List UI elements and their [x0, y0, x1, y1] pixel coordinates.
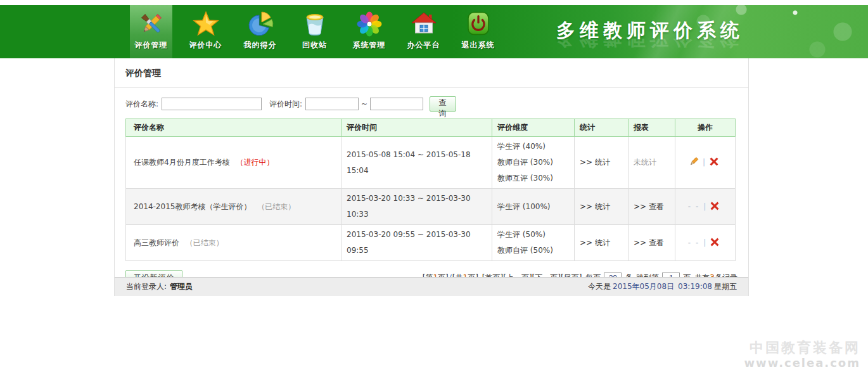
edit-disabled-dashes: - -	[688, 238, 699, 247]
stats-cell: >> 统计	[575, 225, 629, 261]
time-to-input[interactable]	[370, 98, 423, 110]
content-panel: 评价管理 评价名称: 评价时间: ~ 查 询 评价名称 评价时间 评价维度 统计	[114, 58, 749, 296]
column-header-report: 报表	[629, 119, 675, 137]
column-header-operations: 操作	[675, 119, 736, 137]
dimension-item: 学生评 (100%)	[497, 199, 571, 215]
nav-label: 评价管理	[135, 41, 168, 49]
nav-item-logout[interactable]: 退出系统	[457, 5, 499, 58]
delete-x-icon[interactable]	[709, 157, 719, 167]
eval-name-cell: 高三教师评价 （已结束）	[126, 225, 341, 261]
edit-disabled-dashes: - -	[688, 202, 699, 211]
time-cell: 2015-03-20 09:55 ~ 2015-03-30 09:55	[341, 225, 492, 261]
nav-item-office-platform[interactable]: 办公平台	[402, 5, 445, 58]
nav-item-recycle-bin[interactable]: 回收站	[293, 5, 336, 58]
home-icon	[411, 11, 437, 37]
edit-pencil-icon[interactable]	[689, 157, 699, 167]
dimensions-cell: 学生评 (100%)	[492, 189, 575, 225]
query-button[interactable]: 查 询	[430, 96, 456, 112]
table-header-row: 评价名称 评价时间 评价维度 统计 报表 操作	[126, 119, 736, 137]
app-title: 多维教师评价系统	[556, 18, 744, 44]
status-badge: （已结束）	[257, 202, 295, 211]
operations-cell: - -|	[675, 225, 736, 261]
report-link[interactable]: >> 查看	[634, 238, 664, 247]
stats-link[interactable]: >> 统计	[580, 202, 610, 211]
nav-item-evaluation-management[interactable]: 评价管理	[130, 5, 172, 58]
stats-link[interactable]: >> 统计	[580, 238, 610, 247]
page-title: 评价管理	[115, 58, 748, 79]
dimensions-cell: 学生评 (50%) 教师自评 (50%)	[492, 225, 575, 261]
column-header-dimensions: 评价维度	[492, 119, 575, 137]
watermark: 中国教育装备网 www.celea.com	[744, 340, 860, 370]
nav-label: 退出系统	[462, 41, 495, 49]
report-link[interactable]: >> 查看	[634, 202, 664, 211]
dimension-item: 教师自评 (30%)	[497, 155, 571, 170]
search-form: 评价名称: 评价时间: ~ 查 询	[125, 96, 737, 112]
eval-name: 任课教师4月份月度工作考核	[134, 158, 230, 167]
bucket-icon	[302, 11, 328, 37]
stats-cell: >> 统计	[575, 137, 629, 189]
evaluation-table: 评价名称 评价时间 评价维度 统计 报表 操作 任课教师4月份月度工作考核 （进…	[125, 119, 736, 261]
time-cell: 2015-05-08 15:04 ~ 2015-05-18 15:04	[341, 137, 492, 189]
op-separator: |	[703, 238, 706, 247]
nav-item-my-score[interactable]: 我的得分	[239, 5, 281, 58]
eval-name-cell: 2014-2015教师考核（学生评价） （已结束）	[126, 189, 341, 225]
title-divider	[115, 87, 748, 88]
dimension-item: 教师自评 (50%)	[497, 243, 571, 259]
power-icon	[465, 11, 492, 37]
current-user-label: 当前登录人:	[126, 282, 167, 291]
column-header-name: 评价名称	[126, 119, 341, 137]
nav-item-system-management[interactable]: 系统管理	[348, 5, 390, 58]
op-separator: |	[703, 158, 705, 167]
watermark-site-name: 中国教育装备网	[744, 340, 860, 356]
column-header-time: 评价时间	[341, 119, 492, 137]
status-badge: （进行中）	[236, 158, 274, 167]
column-header-stats: 统计	[575, 119, 629, 137]
star-icon	[193, 11, 219, 37]
main-nav: 评价管理 评价中心	[130, 5, 511, 58]
eval-time-label: 评价时间:	[269, 99, 302, 110]
operations-cell: - -|	[675, 189, 736, 225]
report-status: 未统计	[634, 158, 656, 167]
current-user-name: 管理员	[170, 282, 193, 291]
time-from-input[interactable]	[305, 98, 359, 110]
current-user: 当前登录人:管理员	[126, 281, 193, 292]
nav-label: 回收站	[302, 41, 327, 49]
nav-item-evaluation-center[interactable]: 评价中心	[184, 5, 227, 58]
stats-cell: >> 统计	[575, 189, 629, 225]
table-row: 高三教师评价 （已结束） 2015-03-20 09:55 ~ 2015-03-…	[126, 225, 736, 261]
table-row: 任课教师4月份月度工作考核 （进行中） 2015-05-08 15:04 ~ 2…	[126, 137, 736, 189]
eval-name: 高三教师评价	[134, 238, 179, 247]
pie-chart-icon	[247, 11, 274, 37]
eval-name-input[interactable]	[162, 98, 262, 110]
status-footer: 当前登录人:管理员 今天是2015年05月08日03:19:08星期五	[115, 277, 748, 296]
brush-pencil-icon	[138, 11, 165, 37]
delete-x-icon[interactable]	[710, 201, 720, 211]
tilde-separator: ~	[361, 99, 367, 108]
flower-icon	[356, 11, 383, 37]
watermark-site-url: www.celea.com	[744, 356, 860, 370]
dimensions-cell: 学生评 (40%) 教师自评 (30%) 教师互评 (30%)	[492, 137, 575, 189]
report-cell: >> 查看	[629, 189, 675, 225]
status-badge: （已结束）	[186, 238, 224, 247]
nav-label: 办公平台	[407, 41, 440, 49]
report-cell: >> 查看	[629, 225, 675, 261]
delete-x-icon[interactable]	[710, 237, 720, 247]
nav-label: 我的得分	[244, 41, 277, 49]
stats-link[interactable]: >> 统计	[580, 158, 610, 167]
dimension-item: 学生评 (50%)	[497, 227, 571, 243]
op-separator: |	[703, 202, 706, 211]
operations-cell: |	[675, 137, 736, 189]
eval-name: 2014-2015教师考核（学生评价）	[134, 202, 251, 211]
table-row: 2014-2015教师考核（学生评价） （已结束） 2015-03-20 10:…	[126, 189, 736, 225]
nav-label: 评价中心	[189, 41, 222, 49]
time-cell: 2015-03-20 10:33 ~ 2015-03-30 10:33	[341, 189, 492, 225]
eval-name-label: 评价名称:	[125, 99, 158, 110]
dimension-item: 学生评 (40%)	[497, 139, 571, 155]
footer-date: 今天是2015年05月08日03:19:08星期五	[588, 281, 737, 292]
eval-name-cell: 任课教师4月份月度工作考核 （进行中）	[126, 137, 341, 189]
app-header: 评价管理 评价中心	[0, 5, 868, 58]
app-window: 评价管理 评价中心	[0, 0, 868, 372]
nav-label: 系统管理	[353, 41, 386, 49]
dimension-item: 教师互评 (30%)	[497, 170, 571, 186]
report-cell: 未统计	[629, 137, 675, 189]
